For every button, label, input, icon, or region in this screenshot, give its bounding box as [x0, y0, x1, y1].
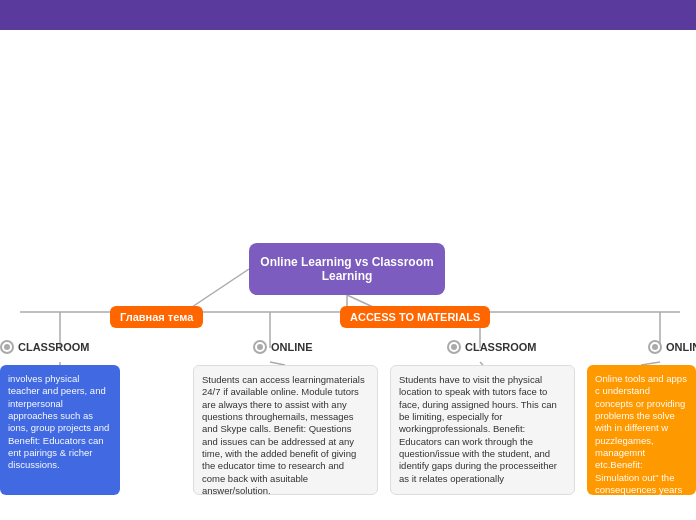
central-node-label: Online Learning vs Classroom Learning	[249, 255, 445, 283]
main-theme-label: Главная тема	[120, 311, 193, 323]
central-node: Online Learning vs Classroom Learning	[249, 243, 445, 295]
online-label-3: ONLINE	[666, 341, 696, 353]
classroom-left-label: CLASSROOM	[18, 341, 90, 353]
classroom-content-box-2: Students have to visit the physical loca…	[390, 365, 575, 495]
radio-classroom-2[interactable]	[447, 340, 461, 354]
online-content-box-1: Students can access learningmaterials 24…	[193, 365, 378, 495]
radio-online-3[interactable]	[648, 340, 662, 354]
online-label-1: ONLINE	[271, 341, 313, 353]
access-to-materials-node: ACCESS TO MATERIALS	[340, 306, 490, 328]
classroom-node-2: CLASSROOM	[447, 340, 537, 354]
classroom-text-2: Students have to visit the physical loca…	[399, 374, 557, 484]
classroom-left-content-box: involves physical teacher and peers, and…	[0, 365, 120, 495]
classroom-left-node: CLASSROOM	[0, 340, 90, 354]
online-node-1: ONLINE	[253, 340, 313, 354]
main-theme-node: Главная тема	[110, 306, 203, 328]
radio-classroom-left[interactable]	[0, 340, 14, 354]
classroom-label-2: CLASSROOM	[465, 341, 537, 353]
online-content-box-right: Online tools and apps c understand conce…	[587, 365, 696, 495]
radio-inner-3	[451, 344, 457, 350]
radio-inner-2	[257, 344, 263, 350]
radio-online-1[interactable]	[253, 340, 267, 354]
radio-inner-4	[652, 344, 658, 350]
online-node-3: ONLINE	[648, 340, 696, 354]
online-text-1: Students can access learningmaterials 24…	[202, 374, 365, 496]
radio-inner	[4, 344, 10, 350]
classroom-left-text: involves physical teacher and peers, and…	[8, 373, 109, 470]
access-node-label: ACCESS TO MATERIALS	[350, 311, 480, 323]
